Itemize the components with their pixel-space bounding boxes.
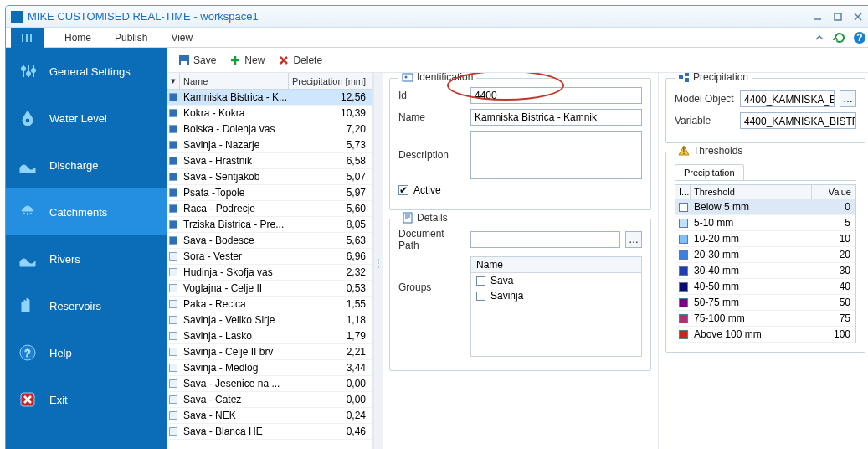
sidebar-item-catchments[interactable]: Catchments [6,188,167,235]
list-row[interactable]: Sava - Bodesce5,63 [167,233,372,249]
row-checkbox[interactable] [167,93,180,101]
close-button[interactable] [849,10,867,23]
tab-precipitation[interactable]: Precipitation [675,164,744,180]
row-checkbox[interactable] [167,364,180,372]
list-row[interactable]: Sora - Vester6,96 [167,249,372,265]
row-name: Voglajna - Celje II [180,282,302,294]
row-checkbox[interactable] [167,379,180,388]
splitter[interactable]: ⋮ [374,73,383,449]
help-icon[interactable]: ? [852,30,867,45]
threshold-row[interactable]: 75-100 mm75 [675,311,855,327]
threshold-row[interactable]: 40-50 mm40 [675,279,855,295]
sort-indicator-icon[interactable]: ▾ [167,73,180,89]
list-row[interactable]: Kamniska Bistrica - K...12,56 [167,90,372,106]
list-rows[interactable]: Kamniska Bistrica - K...12,56Kokra - Kok… [167,90,372,449]
list-row[interactable]: Savinja - Nazarje5,73 [167,137,372,153]
row-checkbox[interactable] [167,332,180,340]
row-checkbox[interactable] [167,411,180,420]
row-checkbox[interactable] [167,395,180,404]
list-row[interactable]: Savinja - Celje II brv2,21 [167,344,372,360]
row-checkbox[interactable] [167,109,180,117]
list-row[interactable]: Paka - Recica1,55 [167,297,372,312]
row-checkbox[interactable] [167,268,180,276]
model-object-browse-button[interactable]: … [840,90,856,107]
row-checkbox[interactable] [167,284,180,292]
list-row[interactable]: Hudinja - Skofja vas2,32 [167,265,372,281]
row-checkbox[interactable] [167,188,180,197]
row-checkbox[interactable] [167,141,180,149]
list-row[interactable]: Raca - Podrecje5,60 [167,201,372,217]
list-row[interactable]: Trziska Bistrica - Pre...8,05 [167,217,372,233]
row-checkbox[interactable] [167,236,180,245]
model-object-field[interactable]: 4400_KAMNISKA_BISTRICA_... [740,90,835,107]
sidebar: General SettingsWater LevelDischargeCatc… [6,48,167,449]
sidebar-item-general-settings[interactable]: General Settings [6,48,167,95]
threshold-row[interactable]: 20-30 mm20 [675,247,855,263]
menu-home[interactable]: Home [53,28,103,47]
window-title: MIKE CUSTOMISED REAL-TIME - workspace1 [28,10,807,23]
active-checkbox[interactable]: ✔Active [398,184,441,196]
list-row[interactable]: Kokra - Kokra10,39 [167,106,372,121]
row-checkbox[interactable] [167,157,180,165]
minimize-button[interactable] [809,10,827,23]
groups-row[interactable]: Sava [471,273,641,288]
list-row[interactable]: Psata -Topole5,97 [167,185,372,201]
list-row[interactable]: Savinja - Medlog3,44 [167,360,372,376]
variable-field[interactable]: 4400_KAMNISKA_BISTRICA_KAM [740,112,856,129]
threshold-row[interactable]: 30-40 mm30 [675,263,855,279]
row-checkbox[interactable] [167,125,180,133]
row-name: Savinja - Celje II brv [180,346,302,358]
sidebar-item-help[interactable]: ?Help [6,329,167,376]
details-group: Details Document Path… Groups Name SavaS… [389,219,651,371]
row-checkbox[interactable] [167,220,180,229]
col-name[interactable]: Name [180,73,289,89]
list-row[interactable]: Sava - Sentjakob5,07 [167,169,372,185]
th-col-label[interactable]: Threshold [691,185,812,199]
row-checkbox[interactable] [167,173,180,181]
col-precip[interactable]: Precipitation [mm] [289,73,372,89]
list-row[interactable]: Sava - Blanca HE0,46 [167,424,372,440]
threshold-row[interactable]: 50-75 mm50 [675,295,855,311]
new-button[interactable]: New [224,53,270,68]
docpath-browse-button[interactable]: … [625,231,642,248]
menubar: Home Publish View ? [6,28,868,48]
th-col-value[interactable]: Value [812,185,855,199]
sidebar-item-reservoirs[interactable]: Reservoirs [6,282,167,329]
save-button[interactable]: Save [173,53,221,68]
sidebar-item-discharge[interactable]: Discharge [6,142,167,188]
row-checkbox[interactable] [167,204,180,213]
sidebar-item-rivers[interactable]: Rivers [6,235,167,282]
threshold-row[interactable]: Above 100 mm100 [675,327,855,343]
id-field[interactable] [470,87,642,104]
threshold-row[interactable]: 10-20 mm10 [675,231,855,247]
menu-view[interactable]: View [159,28,204,47]
list-row[interactable]: Sava - Jesenice na ...0,00 [167,376,372,392]
menu-publish[interactable]: Publish [103,28,159,47]
sidebar-item-exit[interactable]: Exit [6,376,167,423]
refresh-icon[interactable] [832,30,847,45]
sidebar-item-water-level[interactable]: Water Level [6,95,167,142]
maximize-button[interactable] [829,10,847,23]
threshold-row[interactable]: 5-10 mm5 [675,215,855,231]
list-row[interactable]: Bolska - Dolenja vas7,20 [167,121,372,137]
docpath-field[interactable] [470,231,620,248]
collapse-ribbon-icon[interactable] [812,30,827,45]
threshold-row[interactable]: Below 5 mm0 [675,199,855,215]
list-row[interactable]: Sava - NEK0,24 [167,408,372,424]
name-field[interactable] [470,109,642,126]
groups-table[interactable]: Name SavaSavinja [470,256,642,357]
description-field[interactable] [470,131,642,179]
list-row[interactable]: Voglajna - Celje II0,53 [167,281,372,297]
groups-row[interactable]: Savinja [471,288,641,303]
list-row[interactable]: Savinja - Veliko Sirje1,18 [167,312,372,328]
row-checkbox[interactable] [167,427,180,436]
thresholds-table[interactable]: I... Threshold Value Below 5 mm05-10 mm5… [675,184,856,343]
row-checkbox[interactable] [167,252,180,261]
row-checkbox[interactable] [167,348,180,356]
list-row[interactable]: Sava - Hrastnik6,58 [167,153,372,169]
list-row[interactable]: Sava - Catez0,00 [167,392,372,408]
row-checkbox[interactable] [167,316,180,324]
delete-button[interactable]: Delete [273,53,327,68]
list-row[interactable]: Savinja - Lasko1,79 [167,328,372,344]
row-checkbox[interactable] [167,300,180,308]
